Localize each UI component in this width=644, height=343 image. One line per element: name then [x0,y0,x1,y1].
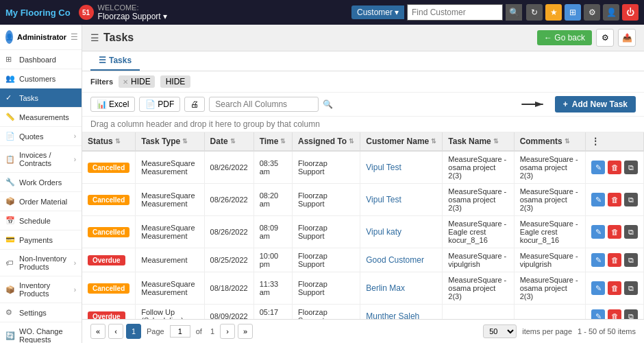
settings-icon[interactable]: ⚙ [584,4,600,21]
filter-tag: ✕ HIDE [119,75,155,88]
sidebar-item-schedule[interactable]: 📅 Schedule [0,211,82,230]
delete-button[interactable]: 🗑 [608,161,621,174]
page-number-input[interactable] [170,325,190,338]
first-page-button[interactable]: « [90,324,106,339]
grid-icon[interactable]: ⊞ [565,4,581,21]
copy-button[interactable]: ⧉ [624,161,638,174]
sidebar-item-quotes[interactable]: 📄 Quotes › [0,127,82,146]
refresh-icon[interactable]: ↻ [526,4,543,21]
col-assigned-to[interactable]: Assigned To ⇅ [292,132,360,151]
cell-task-name: MeasureSquare - Eagle crest kocur_8_16 [443,216,514,248]
sidebar-item-wo-change[interactable]: 🔄 WO. Change Requests [0,322,82,343]
sidebar-item-invoices[interactable]: 📋 Invoices / Contracts › [0,146,82,173]
filters-label: Filters [90,78,113,86]
table-row: Cancelled MeasureSquare Measurement 08/2… [82,151,644,184]
edit-button[interactable]: ✎ [591,161,605,174]
schedule-icon: 📅 [5,216,15,225]
export-action-button[interactable]: 📤 [618,29,636,47]
filter-remove-icon[interactable]: ✕ [123,78,128,86]
prev-page-button[interactable]: ‹ [108,324,123,339]
pagination-bar: « ‹ 1 Page of 1 › » 50 100 200 items per… [82,319,644,343]
row-actions: ✎ 🗑 ⧉ [591,193,638,206]
col-customer-name[interactable]: Customer Name ⇅ [360,132,443,151]
toolbar: 📊 Excel 📄 PDF 🖨 🔍 [82,93,644,117]
sidebar-item-inventory[interactable]: 📦 Inventory Products › [0,276,82,303]
delete-button[interactable]: 🗑 [608,253,621,267]
sidebar-item-payments[interactable]: 💳 Payments [0,230,82,250]
sidebar-item-non-inventory[interactable]: 🏷 Non-Inventory Products › [0,250,82,276]
star-icon[interactable]: ★ [545,4,562,21]
sidebar-item-dashboard[interactable]: ⊞ Dashboard [0,50,82,69]
customer-name-link[interactable]: Berlin Max [366,283,405,293]
customer-search-button[interactable]: 🔍 [506,4,522,21]
copy-button[interactable]: ⧉ [624,253,638,267]
copy-button[interactable]: ⧉ [624,193,638,206]
sidebar-item-measurements[interactable]: 📏 Measurements [0,108,82,127]
customer-name-link[interactable]: Munther Saleh [366,311,419,319]
sidebar-item-tasks[interactable]: ✓ Tasks [0,88,82,108]
find-customer-input[interactable] [407,4,503,21]
cell-assigned-to: Floorzap Support [292,272,360,305]
page-header: ☰ Tasks ← Go back ⚙ 📤 [82,25,644,51]
copy-button[interactable]: ⧉ [624,225,638,239]
sidebar-item-work-orders[interactable]: 🔧 Work Orders [0,173,82,192]
delete-button[interactable]: 🗑 [608,281,621,295]
cell-comments: MeasureSquare - osama project 2(3) [514,184,585,216]
edit-button[interactable]: ✎ [591,193,605,206]
sidebar-item-settings[interactable]: ⚙ Settings [0,303,82,322]
go-back-button[interactable]: ← Go back [537,30,592,45]
edit-button[interactable]: ✎ [591,281,605,295]
hide-button[interactable]: HIDE [160,75,191,88]
customer-name-link[interactable]: Good Customer [366,255,424,265]
content-area: ☰ Tasks ← Go back ⚙ 📤 ☰ Tasks Filters ✕ … [82,25,644,343]
next-page-button[interactable]: › [220,324,235,339]
col-comments[interactable]: Comments ⇅ [514,132,585,151]
col-time[interactable]: Time ⇅ [253,132,292,151]
copy-button[interactable]: ⧉ [624,281,638,295]
customers-icon: 👥 [5,74,15,83]
row-actions: ✎ 🗑 ⧉ [591,281,638,295]
user-icon[interactable]: 👤 [603,4,619,21]
status-badge: Cancelled [88,283,129,294]
cell-assigned-to: Floorzap Support [292,151,360,184]
sidebar-toggle-icon[interactable]: ☰ [71,32,78,42]
page-1-button[interactable]: 1 [126,324,141,339]
print-button[interactable]: 🖨 [184,97,205,112]
pdf-button[interactable]: 📄 PDF [139,97,180,112]
cell-comments: MeasureSquare - osama project 2(3) [514,272,585,305]
delete-button[interactable]: 🗑 [608,309,621,319]
work-orders-icon: 🔧 [5,178,15,187]
settings-action-button[interactable]: ⚙ [596,29,614,47]
edit-button[interactable]: ✎ [591,309,605,319]
col-task-name[interactable]: Task Name ⇅ [443,132,514,151]
cell-date: 08/26/2022 [204,216,253,248]
customer-button[interactable]: Customer ▾ [351,5,404,19]
excel-button[interactable]: 📊 Excel [90,97,135,112]
sidebar-item-order-material[interactable]: 📦 Order Material [0,192,82,211]
cell-task-type: Measurement [136,248,204,272]
sidebar-item-customers[interactable]: 👥 Customers [0,69,82,88]
row-actions: ✎ 🗑 ⧉ [591,253,638,267]
col-task-type[interactable]: Task Type ⇅ [136,132,204,151]
customer-name-link[interactable]: Vipul Test [366,195,401,204]
delete-button[interactable]: 🗑 [608,193,621,206]
tab-tasks[interactable]: ☰ Tasks [90,51,140,71]
customer-name-link[interactable]: Vipul Test [366,163,401,172]
edit-button[interactable]: ✎ [591,253,605,267]
col-date[interactable]: Date ⇅ [204,132,253,151]
cell-actions: ✎ 🗑 ⧉ [586,184,644,216]
copy-button[interactable]: ⧉ [624,309,638,319]
quotes-icon: 📄 [5,132,15,141]
cell-status: Cancelled [82,272,136,305]
edit-button[interactable]: ✎ [591,225,605,239]
delete-button[interactable]: 🗑 [608,225,621,239]
power-icon[interactable]: ⏻ [622,4,639,21]
add-new-task-button[interactable]: + Add New Task [555,96,636,113]
search-all-input[interactable] [209,97,319,112]
per-page-select[interactable]: 50 100 200 [483,324,517,338]
last-page-button[interactable]: » [238,324,253,339]
customer-name-link[interactable]: Vipul katy [366,227,401,237]
col-status[interactable]: Status ⇅ [82,132,136,151]
user-badge: 51 [79,5,94,20]
tasks-icon: ✓ [5,93,15,102]
